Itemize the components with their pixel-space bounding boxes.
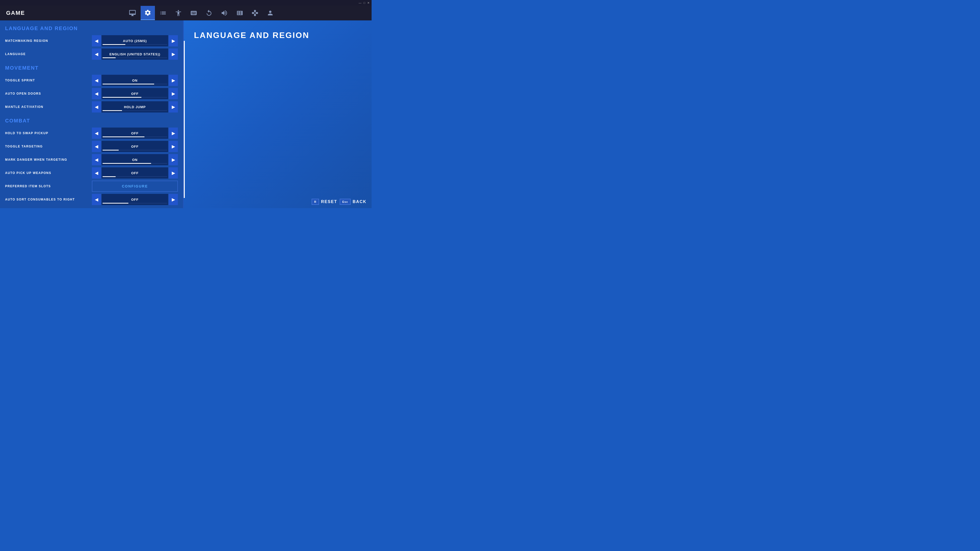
- configure-button[interactable]: CONFIGURE: [92, 181, 178, 192]
- setting-label: MANTLE ACTIVATION: [5, 105, 92, 109]
- value-bar-fill: [103, 150, 119, 151]
- setting-control: ◀OFF▶: [92, 141, 178, 152]
- arrow-left-button[interactable]: ◀: [92, 167, 101, 179]
- maximize-button[interactable]: □: [363, 1, 365, 4]
- nav-accessibility[interactable]: [171, 6, 186, 20]
- value-display: ENGLISH (UNITED STATES)): [102, 48, 168, 60]
- value-text: OFF: [131, 144, 138, 148]
- minimize-button[interactable]: —: [359, 1, 361, 4]
- arrow-left-button[interactable]: ◀: [92, 127, 101, 139]
- setting-row: AUTO PICK UP WEAPONS◀OFF▶: [5, 167, 178, 179]
- arrow-left-button[interactable]: ◀: [92, 35, 101, 46]
- back-button[interactable]: Esc BACK: [340, 199, 366, 205]
- setting-control: ◀HOLD JUMP▶: [92, 101, 178, 113]
- arrow-left-button[interactable]: ◀: [92, 88, 101, 99]
- setting-label: MARK DANGER WHEN TARGETING: [5, 158, 92, 162]
- section-header-movement: MOVEMENT: [5, 65, 178, 72]
- value-bar: [103, 137, 167, 137]
- value-text: OFF: [131, 198, 138, 202]
- arrow-right-button[interactable]: ▶: [169, 141, 178, 152]
- value-bar: [103, 163, 167, 164]
- setting-label: TOGGLE TARGETING: [5, 144, 92, 148]
- game-title: GAME: [0, 10, 31, 16]
- nav-audio[interactable]: [217, 6, 231, 20]
- bottom-bar: R RESET Esc BACK: [307, 195, 372, 208]
- arrow-right-button[interactable]: ▶: [169, 48, 178, 60]
- setting-control: ◀OFF▶: [92, 167, 178, 179]
- setting-label: AUTO PICK UP WEAPONS: [5, 171, 92, 175]
- nav-bar: GAME: [0, 6, 372, 21]
- value-text: OFF: [131, 171, 138, 175]
- arrow-right-button[interactable]: ▶: [169, 101, 178, 113]
- value-display: OFF: [102, 127, 168, 139]
- reset-label: RESET: [321, 200, 337, 204]
- value-display: ON: [102, 75, 168, 86]
- value-text: ON: [132, 158, 138, 162]
- info-panel: LANGUAGE AND REGION: [184, 21, 372, 208]
- close-button[interactable]: ✕: [367, 1, 369, 5]
- arrow-right-button[interactable]: ▶: [169, 75, 178, 86]
- nav-account[interactable]: [263, 6, 277, 20]
- reset-key: R: [312, 199, 319, 205]
- setting-row: LANGUAGE◀ENGLISH (UNITED STATES))▶: [5, 48, 178, 60]
- arrow-right-button[interactable]: ▶: [169, 154, 178, 165]
- nav-monitor[interactable]: [125, 6, 140, 20]
- arrow-right-button[interactable]: ▶: [169, 167, 178, 179]
- setting-row: PREFERRED ITEM SLOTSCONFIGURE: [5, 180, 178, 192]
- arrow-left-button[interactable]: ◀: [92, 154, 101, 165]
- setting-label: AUTO SORT CONSUMABLES TO RIGHT: [5, 198, 92, 201]
- value-bar-fill: [103, 137, 145, 137]
- setting-label: HOLD TO SWAP PICKUP: [5, 131, 92, 135]
- arrow-left-button[interactable]: ◀: [92, 194, 101, 205]
- arrow-left-button[interactable]: ◀: [92, 141, 101, 152]
- setting-label: MATCHMAKING REGION: [5, 39, 92, 43]
- section-header-combat: COMBAT: [5, 118, 178, 125]
- setting-label: LANGUAGE: [5, 52, 92, 56]
- value-bar: [103, 176, 167, 177]
- reset-button[interactable]: R RESET: [312, 199, 337, 205]
- setting-row: TOGGLE TARGETING◀OFF▶: [5, 141, 178, 152]
- setting-control: CONFIGURE: [92, 181, 178, 192]
- nav-hud[interactable]: [232, 6, 247, 20]
- value-display: OFF: [102, 141, 168, 152]
- value-bar: [103, 97, 167, 98]
- setting-control: ◀ENGLISH (UNITED STATES))▶: [92, 48, 178, 60]
- arrow-left-button[interactable]: ◀: [92, 48, 101, 60]
- value-bar: [103, 44, 167, 45]
- setting-row: HOLD TO SWAP PICKUP◀OFF▶: [5, 127, 178, 139]
- nav-replay[interactable]: [202, 6, 216, 20]
- nav-keyboard[interactable]: [186, 6, 201, 20]
- setting-row: MATCHMAKING REGION◀AUTO (25MS)▶: [5, 35, 178, 47]
- arrow-right-button[interactable]: ▶: [169, 35, 178, 46]
- value-text: AUTO (25MS): [123, 39, 147, 43]
- setting-control: ◀OFF▶: [92, 127, 178, 139]
- value-display: OFF: [102, 88, 168, 99]
- setting-label: TOGGLE SPRINT: [5, 79, 92, 82]
- value-bar-fill: [103, 44, 125, 45]
- value-bar-fill: [103, 110, 122, 111]
- setting-row: MANTLE ACTIVATION◀HOLD JUMP▶: [5, 101, 178, 113]
- value-bar-fill: [103, 203, 128, 203]
- arrow-left-button[interactable]: ◀: [92, 75, 101, 86]
- nav-controller[interactable]: [156, 6, 170, 20]
- setting-label: PREFERRED ITEM SLOTS: [5, 184, 92, 188]
- setting-row: MARK DANGER WHEN TARGETING◀ON▶: [5, 154, 178, 165]
- scroll-divider: [184, 41, 185, 198]
- value-bar-fill: [103, 84, 154, 84]
- setting-row: TOGGLE SPRINT◀ON▶: [5, 75, 178, 86]
- value-bar-fill: [103, 176, 116, 177]
- nav-gamepad[interactable]: [248, 6, 262, 20]
- setting-control: ◀ON▶: [92, 75, 178, 86]
- arrow-right-button[interactable]: ▶: [169, 127, 178, 139]
- nav-icons: [31, 6, 372, 20]
- setting-row: AUTO OPEN DOORS◀OFF▶: [5, 88, 178, 100]
- arrow-left-button[interactable]: ◀: [92, 101, 101, 113]
- value-text: HOLD JUMP: [124, 105, 146, 109]
- arrow-right-button[interactable]: ▶: [169, 88, 178, 99]
- value-display: AUTO (25MS): [102, 35, 168, 46]
- value-text: OFF: [131, 92, 138, 96]
- arrow-right-button[interactable]: ▶: [169, 194, 178, 205]
- nav-settings[interactable]: [141, 6, 155, 20]
- value-bar: [103, 203, 167, 203]
- settings-panel: LANGUAGE AND REGIONMATCHMAKING REGION◀AU…: [0, 21, 184, 208]
